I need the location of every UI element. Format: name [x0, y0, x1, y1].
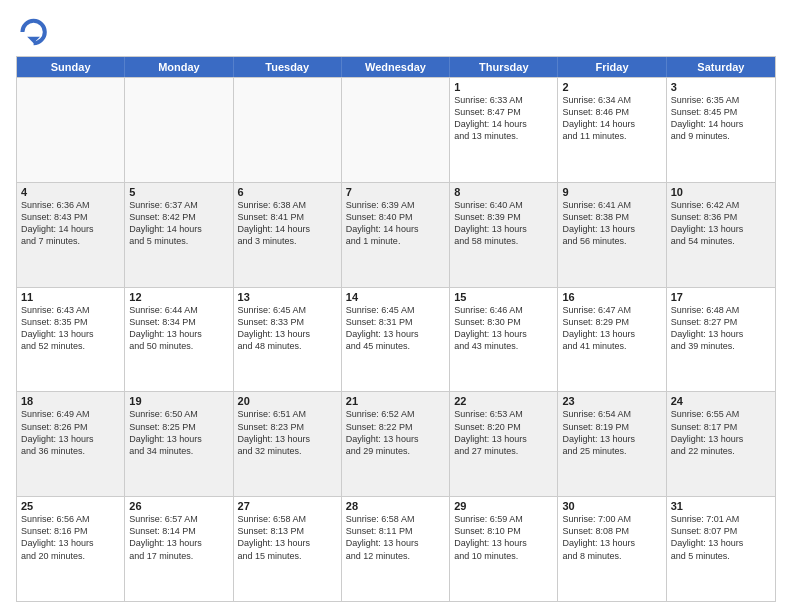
calendar-cell: 10Sunrise: 6:42 AM Sunset: 8:36 PM Dayli… — [667, 183, 775, 287]
calendar-cell: 1Sunrise: 6:33 AM Sunset: 8:47 PM Daylig… — [450, 78, 558, 182]
calendar-cell: 8Sunrise: 6:40 AM Sunset: 8:39 PM Daylig… — [450, 183, 558, 287]
cell-info: Sunrise: 6:51 AM Sunset: 8:23 PM Dayligh… — [238, 408, 337, 457]
calendar-cell: 4Sunrise: 6:36 AM Sunset: 8:43 PM Daylig… — [17, 183, 125, 287]
calendar-cell: 6Sunrise: 6:38 AM Sunset: 8:41 PM Daylig… — [234, 183, 342, 287]
day-number: 31 — [671, 500, 771, 512]
day-number: 8 — [454, 186, 553, 198]
cell-info: Sunrise: 6:37 AM Sunset: 8:42 PM Dayligh… — [129, 199, 228, 248]
logo-icon — [16, 16, 48, 48]
calendar-cell: 12Sunrise: 6:44 AM Sunset: 8:34 PM Dayli… — [125, 288, 233, 392]
cell-info: Sunrise: 6:44 AM Sunset: 8:34 PM Dayligh… — [129, 304, 228, 353]
day-number: 20 — [238, 395, 337, 407]
day-number: 2 — [562, 81, 661, 93]
day-number: 29 — [454, 500, 553, 512]
day-number: 13 — [238, 291, 337, 303]
calendar-header-cell: Thursday — [450, 57, 558, 77]
logo — [16, 16, 54, 48]
day-number: 3 — [671, 81, 771, 93]
calendar: SundayMondayTuesdayWednesdayThursdayFrid… — [16, 56, 776, 602]
day-number: 15 — [454, 291, 553, 303]
cell-info: Sunrise: 6:48 AM Sunset: 8:27 PM Dayligh… — [671, 304, 771, 353]
cell-info: Sunrise: 6:50 AM Sunset: 8:25 PM Dayligh… — [129, 408, 228, 457]
calendar-cell: 20Sunrise: 6:51 AM Sunset: 8:23 PM Dayli… — [234, 392, 342, 496]
calendar-cell — [234, 78, 342, 182]
cell-info: Sunrise: 6:45 AM Sunset: 8:31 PM Dayligh… — [346, 304, 445, 353]
cell-info: Sunrise: 6:35 AM Sunset: 8:45 PM Dayligh… — [671, 94, 771, 143]
calendar-cell: 16Sunrise: 6:47 AM Sunset: 8:29 PM Dayli… — [558, 288, 666, 392]
day-number: 9 — [562, 186, 661, 198]
calendar-cell: 7Sunrise: 6:39 AM Sunset: 8:40 PM Daylig… — [342, 183, 450, 287]
calendar-cell: 30Sunrise: 7:00 AM Sunset: 8:08 PM Dayli… — [558, 497, 666, 601]
calendar-cell: 14Sunrise: 6:45 AM Sunset: 8:31 PM Dayli… — [342, 288, 450, 392]
calendar-cell: 23Sunrise: 6:54 AM Sunset: 8:19 PM Dayli… — [558, 392, 666, 496]
calendar-header-cell: Wednesday — [342, 57, 450, 77]
calendar-cell: 9Sunrise: 6:41 AM Sunset: 8:38 PM Daylig… — [558, 183, 666, 287]
cell-info: Sunrise: 6:47 AM Sunset: 8:29 PM Dayligh… — [562, 304, 661, 353]
calendar-cell: 19Sunrise: 6:50 AM Sunset: 8:25 PM Dayli… — [125, 392, 233, 496]
day-number: 22 — [454, 395, 553, 407]
day-number: 24 — [671, 395, 771, 407]
calendar-cell: 24Sunrise: 6:55 AM Sunset: 8:17 PM Dayli… — [667, 392, 775, 496]
calendar-cell: 18Sunrise: 6:49 AM Sunset: 8:26 PM Dayli… — [17, 392, 125, 496]
calendar-cell: 3Sunrise: 6:35 AM Sunset: 8:45 PM Daylig… — [667, 78, 775, 182]
day-number: 4 — [21, 186, 120, 198]
calendar-week-row: 18Sunrise: 6:49 AM Sunset: 8:26 PM Dayli… — [17, 391, 775, 496]
day-number: 5 — [129, 186, 228, 198]
day-number: 1 — [454, 81, 553, 93]
calendar-cell: 29Sunrise: 6:59 AM Sunset: 8:10 PM Dayli… — [450, 497, 558, 601]
calendar-header-row: SundayMondayTuesdayWednesdayThursdayFrid… — [17, 57, 775, 77]
calendar-cell: 26Sunrise: 6:57 AM Sunset: 8:14 PM Dayli… — [125, 497, 233, 601]
cell-info: Sunrise: 6:38 AM Sunset: 8:41 PM Dayligh… — [238, 199, 337, 248]
day-number: 16 — [562, 291, 661, 303]
cell-info: Sunrise: 6:49 AM Sunset: 8:26 PM Dayligh… — [21, 408, 120, 457]
calendar-cell: 15Sunrise: 6:46 AM Sunset: 8:30 PM Dayli… — [450, 288, 558, 392]
calendar-cell: 31Sunrise: 7:01 AM Sunset: 8:07 PM Dayli… — [667, 497, 775, 601]
cell-info: Sunrise: 6:58 AM Sunset: 8:13 PM Dayligh… — [238, 513, 337, 562]
day-number: 26 — [129, 500, 228, 512]
cell-info: Sunrise: 6:57 AM Sunset: 8:14 PM Dayligh… — [129, 513, 228, 562]
day-number: 18 — [21, 395, 120, 407]
day-number: 11 — [21, 291, 120, 303]
page-header — [16, 16, 776, 48]
calendar-header-cell: Friday — [558, 57, 666, 77]
cell-info: Sunrise: 6:36 AM Sunset: 8:43 PM Dayligh… — [21, 199, 120, 248]
cell-info: Sunrise: 6:41 AM Sunset: 8:38 PM Dayligh… — [562, 199, 661, 248]
calendar-cell: 27Sunrise: 6:58 AM Sunset: 8:13 PM Dayli… — [234, 497, 342, 601]
cell-info: Sunrise: 6:53 AM Sunset: 8:20 PM Dayligh… — [454, 408, 553, 457]
calendar-cell: 13Sunrise: 6:45 AM Sunset: 8:33 PM Dayli… — [234, 288, 342, 392]
calendar-cell: 22Sunrise: 6:53 AM Sunset: 8:20 PM Dayli… — [450, 392, 558, 496]
day-number: 25 — [21, 500, 120, 512]
calendar-header-cell: Monday — [125, 57, 233, 77]
cell-info: Sunrise: 7:01 AM Sunset: 8:07 PM Dayligh… — [671, 513, 771, 562]
cell-info: Sunrise: 6:34 AM Sunset: 8:46 PM Dayligh… — [562, 94, 661, 143]
cell-info: Sunrise: 6:40 AM Sunset: 8:39 PM Dayligh… — [454, 199, 553, 248]
calendar-header-cell: Sunday — [17, 57, 125, 77]
day-number: 17 — [671, 291, 771, 303]
calendar-week-row: 4Sunrise: 6:36 AM Sunset: 8:43 PM Daylig… — [17, 182, 775, 287]
day-number: 14 — [346, 291, 445, 303]
calendar-cell — [17, 78, 125, 182]
day-number: 12 — [129, 291, 228, 303]
calendar-cell: 17Sunrise: 6:48 AM Sunset: 8:27 PM Dayli… — [667, 288, 775, 392]
day-number: 6 — [238, 186, 337, 198]
day-number: 30 — [562, 500, 661, 512]
day-number: 10 — [671, 186, 771, 198]
cell-info: Sunrise: 6:43 AM Sunset: 8:35 PM Dayligh… — [21, 304, 120, 353]
cell-info: Sunrise: 6:58 AM Sunset: 8:11 PM Dayligh… — [346, 513, 445, 562]
cell-info: Sunrise: 6:33 AM Sunset: 8:47 PM Dayligh… — [454, 94, 553, 143]
day-number: 21 — [346, 395, 445, 407]
calendar-cell: 5Sunrise: 6:37 AM Sunset: 8:42 PM Daylig… — [125, 183, 233, 287]
day-number: 27 — [238, 500, 337, 512]
cell-info: Sunrise: 6:55 AM Sunset: 8:17 PM Dayligh… — [671, 408, 771, 457]
calendar-cell: 21Sunrise: 6:52 AM Sunset: 8:22 PM Dayli… — [342, 392, 450, 496]
calendar-week-row: 25Sunrise: 6:56 AM Sunset: 8:16 PM Dayli… — [17, 496, 775, 601]
calendar-cell — [125, 78, 233, 182]
cell-info: Sunrise: 6:56 AM Sunset: 8:16 PM Dayligh… — [21, 513, 120, 562]
cell-info: Sunrise: 6:42 AM Sunset: 8:36 PM Dayligh… — [671, 199, 771, 248]
cell-info: Sunrise: 6:39 AM Sunset: 8:40 PM Dayligh… — [346, 199, 445, 248]
calendar-cell: 2Sunrise: 6:34 AM Sunset: 8:46 PM Daylig… — [558, 78, 666, 182]
calendar-body: 1Sunrise: 6:33 AM Sunset: 8:47 PM Daylig… — [17, 77, 775, 601]
cell-info: Sunrise: 6:52 AM Sunset: 8:22 PM Dayligh… — [346, 408, 445, 457]
cell-info: Sunrise: 6:46 AM Sunset: 8:30 PM Dayligh… — [454, 304, 553, 353]
calendar-week-row: 11Sunrise: 6:43 AM Sunset: 8:35 PM Dayli… — [17, 287, 775, 392]
